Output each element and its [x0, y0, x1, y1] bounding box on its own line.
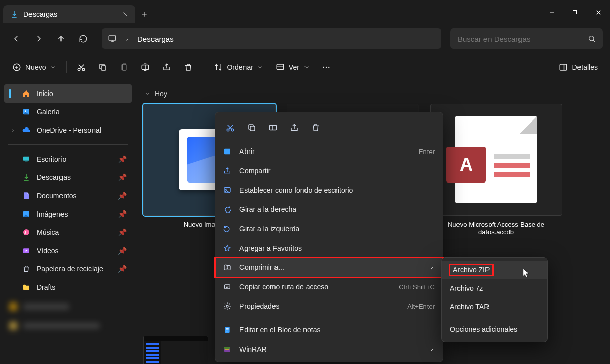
- titlebar: Descargas: [0, 0, 610, 24]
- tab-downloads[interactable]: Descargas: [3, 5, 135, 23]
- ctx-label: Editar en el Bloc de notas: [239, 326, 321, 334]
- new-label: Nuevo: [25, 63, 46, 71]
- pin-icon: 📌: [118, 192, 127, 200]
- chevron-right-icon: [429, 346, 435, 352]
- submenu-7z[interactable]: Archivo 7z: [442, 279, 547, 297]
- download-icon: [10, 10, 18, 18]
- chevron-right-icon: [429, 264, 435, 270]
- ctx-notepad[interactable]: Editar en el Bloc de notas: [215, 320, 443, 340]
- more-button[interactable]: [317, 58, 336, 76]
- ctx-label: Copiar como ruta de acceso: [239, 283, 328, 291]
- submenu-compress: Archivo ZIP Archivo 7z Archivo TAR Opcio…: [441, 257, 548, 342]
- ctx-rename-button[interactable]: [263, 118, 283, 137]
- details-button[interactable]: Detalles: [554, 58, 603, 76]
- download-icon: [22, 173, 30, 181]
- cloud-icon: [22, 126, 30, 134]
- rename-button[interactable]: [136, 58, 155, 76]
- new-button[interactable]: Nuevo: [7, 58, 61, 76]
- svg-rect-13: [560, 64, 567, 70]
- copy-button[interactable]: [93, 58, 112, 76]
- sort-button[interactable]: Ordenar: [208, 58, 268, 76]
- sidebar-item-label: Documentos: [37, 192, 77, 200]
- ctx-label: Abrir: [239, 147, 255, 156]
- sidebar-item-home[interactable]: Inicio: [4, 84, 132, 103]
- sidebar-item-music[interactable]: Música 📌: [4, 223, 132, 241]
- group-label: Hoy: [155, 89, 167, 98]
- delete-button[interactable]: [178, 58, 198, 76]
- up-button[interactable]: [52, 29, 70, 48]
- file-thumbnail[interactable]: A: [430, 104, 562, 216]
- sidebar-item-downloads[interactable]: Descargas 📌: [4, 168, 132, 187]
- sidebar-item-label: Descargas: [37, 173, 71, 181]
- cursor-icon: [523, 268, 530, 279]
- ctx-compress[interactable]: Comprimir a...: [215, 258, 443, 277]
- context-menu-toolbar: [215, 115, 443, 142]
- share-button[interactable]: [157, 58, 176, 76]
- sidebar-item-gallery[interactable]: Galería: [4, 103, 132, 121]
- ctx-copy-path[interactable]: Copiar como ruta de acceso Ctrl+Shift+C: [215, 277, 443, 296]
- ctx-label: Agregar a Favoritos: [239, 244, 302, 252]
- sidebar-item-drafts[interactable]: Drafts: [4, 278, 132, 296]
- command-bar: Nuevo Ordenar Ver Detalles: [0, 53, 610, 81]
- search-input[interactable]: [458, 35, 583, 43]
- sidebar-item-documents[interactable]: Documentos 📌: [4, 187, 132, 205]
- sidebar-item-label: Vídeos: [37, 247, 59, 255]
- sidebar-item-images[interactable]: Imágenes 📌: [4, 205, 132, 223]
- ctx-winrar[interactable]: WinRAR: [215, 340, 443, 359]
- file-item-screenshot-thumb[interactable]: [143, 336, 208, 364]
- ctx-share[interactable]: Compartir: [215, 161, 443, 180]
- sidebar-item-onedrive[interactable]: OneDrive - Personal: [4, 121, 132, 139]
- file-item-access[interactable]: A Nuevo Microsoft Access Base de datos.a…: [430, 104, 562, 236]
- ctx-copy-button[interactable]: [241, 118, 262, 137]
- svg-point-21: [231, 129, 234, 131]
- ctx-rotate-left[interactable]: Girar a la izquierda: [215, 219, 443, 238]
- sidebar-item-desktop[interactable]: Escritorio 📌: [4, 150, 132, 168]
- trash-icon: [22, 265, 30, 273]
- submenu-zip[interactable]: Archivo ZIP: [442, 261, 547, 279]
- ctx-wallpaper[interactable]: Establecer como fondo de escritorio: [215, 180, 443, 200]
- svg-point-18: [23, 229, 29, 235]
- ctx-shortcut: Alt+Enter: [407, 302, 435, 310]
- ctx-share-button[interactable]: [284, 118, 304, 137]
- tab-close-button[interactable]: [122, 11, 128, 17]
- forward-button[interactable]: [29, 29, 48, 48]
- cut-button[interactable]: [72, 58, 91, 76]
- ctx-open[interactable]: Abrir Enter: [215, 142, 443, 161]
- ctx-rotate-right[interactable]: Girar a la derecha: [215, 200, 443, 219]
- search-icon: [588, 35, 596, 43]
- archive-icon: [222, 263, 232, 271]
- new-tab-button[interactable]: [135, 5, 154, 23]
- sidebar-item-blurred: [4, 297, 132, 316]
- submenu-tar[interactable]: Archivo TAR: [442, 297, 547, 316]
- maximize-button[interactable]: [563, 0, 587, 24]
- refresh-button[interactable]: [74, 29, 93, 48]
- sidebar-item-recycle[interactable]: Papelera de reciclaje 📌: [4, 260, 132, 278]
- ctx-separator: [215, 318, 443, 318]
- pin-icon: 📌: [118, 228, 127, 236]
- ctx-favorite[interactable]: Agregar a Favoritos: [215, 238, 443, 258]
- minimize-button[interactable]: [540, 0, 563, 24]
- sidebar-item-videos[interactable]: Vídeos 📌: [4, 241, 132, 260]
- svg-rect-16: [23, 157, 29, 161]
- ctx-properties[interactable]: Propiedades Alt+Enter: [215, 296, 443, 316]
- close-button[interactable]: [587, 0, 610, 24]
- context-menu: Abrir Enter Compartir Establecer como fo…: [215, 112, 443, 362]
- folder-icon: [22, 283, 30, 291]
- path-icon: [222, 283, 232, 291]
- pin-icon: 📌: [118, 173, 127, 181]
- breadcrumb-downloads[interactable]: Descargas: [137, 35, 174, 43]
- search-box[interactable]: [450, 28, 603, 49]
- view-button[interactable]: Ver: [270, 58, 315, 76]
- paste-button[interactable]: [114, 58, 134, 76]
- svg-point-5: [83, 68, 85, 71]
- sidebar-item-blurred: [4, 317, 132, 335]
- pin-icon: 📌: [118, 265, 127, 273]
- group-header-today[interactable]: Hoy: [144, 89, 602, 98]
- ctx-label: Compartir: [239, 167, 270, 175]
- address-bar[interactable]: Descargas: [102, 28, 441, 49]
- back-button[interactable]: [7, 29, 25, 48]
- ctx-cut-button[interactable]: [220, 118, 240, 137]
- submenu-more[interactable]: Opciones adicionales: [442, 320, 547, 339]
- ctx-label: Comprimir a...: [239, 263, 284, 271]
- ctx-delete-button[interactable]: [306, 118, 326, 137]
